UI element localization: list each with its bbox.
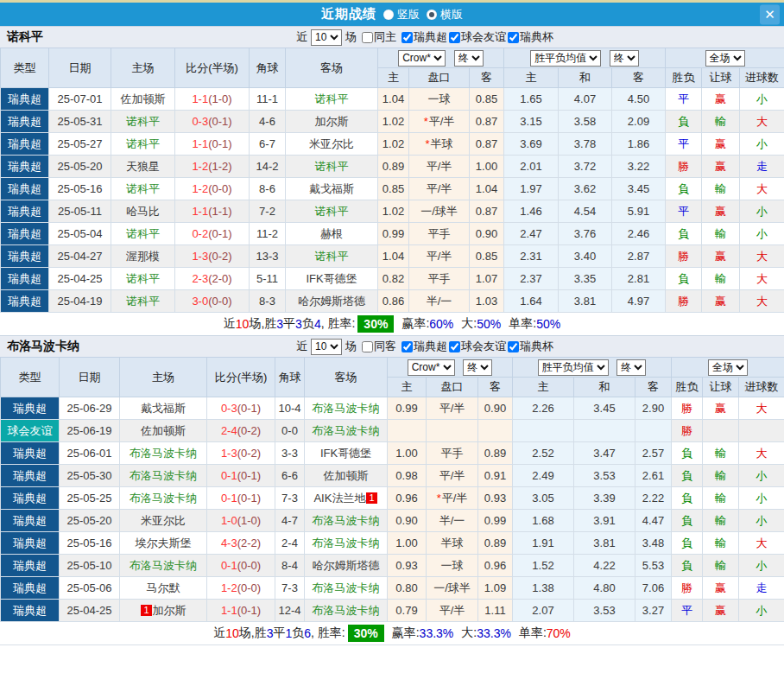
col-avg-home: 主 bbox=[513, 378, 574, 397]
summary-handicap-rate-label: 赢率: bbox=[401, 316, 429, 332]
same-venue-filter[interactable]: 同客 bbox=[362, 339, 396, 354]
league-checkbox[interactable] bbox=[508, 32, 519, 43]
fulltime-score: 1-2 bbox=[221, 581, 237, 594]
col-avg-away: 客 bbox=[612, 68, 666, 88]
avg-select[interactable]: 胜平负均值 bbox=[530, 50, 601, 67]
league-filter-friendly[interactable]: 球会友谊 bbox=[449, 29, 506, 45]
odds-home-cell: 0.89 bbox=[378, 156, 409, 178]
odds-away-cell: 0.93 bbox=[478, 487, 513, 510]
same-venue-checkbox[interactable] bbox=[362, 341, 373, 352]
wdl-result-cell: 勝 bbox=[666, 290, 702, 313]
odds-company-select[interactable]: Crow* bbox=[408, 359, 455, 376]
handicap-cell: 半/一 bbox=[427, 510, 478, 532]
home-team-cell: 天狼星 bbox=[111, 156, 175, 178]
summary-handicap-rate: 33.3% bbox=[420, 626, 454, 640]
home-team-name: 戴戈福斯 bbox=[141, 402, 186, 415]
avg-stage-select[interactable]: 终 bbox=[616, 359, 646, 376]
avg-select[interactable]: 胜平负均值 bbox=[538, 359, 609, 376]
away-team-cell: 诺科平 bbox=[286, 88, 378, 111]
radio-icon[interactable] bbox=[383, 10, 394, 20]
avg-draw-cell: 3.72 bbox=[559, 156, 612, 178]
home-team-cell: 哈马比 bbox=[111, 200, 175, 223]
away-team-cell: 米亚尔比 bbox=[286, 133, 378, 156]
same-venue-filter[interactable]: 同主 bbox=[362, 29, 396, 45]
league-filter-friendly[interactable]: 球会友谊 bbox=[449, 339, 506, 354]
corner-cell: 13-3 bbox=[250, 245, 286, 268]
wdl-result-cell: 平 bbox=[666, 88, 702, 111]
odds-stage-select[interactable]: 终 bbox=[463, 359, 492, 376]
corner-cell: 7-3 bbox=[275, 577, 305, 600]
date-cell: 25-05-27 bbox=[49, 133, 111, 156]
fulltime-score: 0-1 bbox=[221, 492, 237, 505]
halftime-score: (1-0) bbox=[208, 92, 231, 105]
corner-cell: 12-4 bbox=[275, 600, 305, 622]
col-wdl: 胜负 bbox=[666, 68, 702, 88]
home-team-name: 天狼星 bbox=[126, 160, 160, 173]
col-avg-draw: 和 bbox=[559, 68, 612, 88]
odds-home-cell: 0.79 bbox=[388, 600, 427, 622]
radio-checked-icon[interactable] bbox=[427, 10, 437, 20]
vertical-layout-label: 竖版 bbox=[397, 7, 420, 22]
home-team-name: 布洛马波卡纳 bbox=[130, 469, 197, 482]
fullmatch-select[interactable]: 全场 bbox=[705, 50, 745, 67]
league-cell: 瑞典超 bbox=[1, 510, 60, 532]
odds-company-select[interactable]: Crow* bbox=[398, 50, 446, 67]
team-section-norrkoping: 诺科平 近 10 场 同主 瑞典超 球会友谊 bbox=[0, 26, 784, 335]
summary-win-rate-badge: 30% bbox=[348, 625, 384, 642]
home-team-name: 布洛马波卡纳 bbox=[130, 492, 197, 505]
summary-rate-label: , 胜率: bbox=[321, 316, 356, 332]
match-row: 瑞典超25-05-16诺科平1-2(0-0)8-6戴戈福斯0.85平/半1.04… bbox=[1, 178, 784, 200]
away-team-cell: IFK哥德堡 bbox=[286, 268, 378, 290]
league-checkbox[interactable] bbox=[449, 341, 460, 352]
handicap-result-cell: 輸 bbox=[702, 223, 740, 245]
match-count-select[interactable]: 10 bbox=[311, 339, 342, 355]
odds-stage-select[interactable]: 终 bbox=[454, 50, 484, 67]
corner-cell: 0-0 bbox=[275, 420, 305, 442]
odds-away-cell bbox=[478, 420, 513, 442]
filter-bar: 诺科平 近 10 场 同主 瑞典超 球会友谊 bbox=[0, 26, 784, 48]
home-team-name: 诺科平 bbox=[126, 227, 160, 240]
avg-draw-cell: 3.53 bbox=[574, 600, 635, 622]
league-checkbox[interactable] bbox=[401, 341, 413, 352]
match-row: 瑞典超25-05-16埃尔夫斯堡4-3(2-2)2-4布洛马波卡纳1.00半球0… bbox=[1, 532, 784, 555]
date-cell: 25-05-20 bbox=[60, 510, 120, 532]
league-cell: 瑞典超 bbox=[1, 532, 60, 555]
avg-group-header: 胜平负均值 终 bbox=[513, 358, 672, 378]
date-cell: 25-05-16 bbox=[49, 178, 111, 200]
away-team-cell: IFK哥德堡 bbox=[305, 442, 388, 465]
match-row: 瑞典超25-04-25诺科平2-3(2-0)5-11IFK哥德堡0.82平手1.… bbox=[1, 268, 784, 290]
league-filter-allsvenskan[interactable]: 瑞典超 bbox=[401, 339, 447, 354]
league-filter-cup[interactable]: 瑞典杯 bbox=[508, 339, 553, 354]
avg-home-cell: 2.01 bbox=[504, 156, 559, 178]
close-icon[interactable]: ✕ bbox=[760, 4, 780, 24]
league-filter-cup[interactable]: 瑞典杯 bbox=[508, 29, 553, 45]
horizontal-layout-radio[interactable]: 横版 bbox=[420, 7, 463, 22]
score-cell: 0-1(0-0) bbox=[207, 555, 275, 577]
avg-stage-select[interactable]: 终 bbox=[610, 50, 639, 67]
col-handicap: 盘口 bbox=[409, 68, 470, 88]
team-name: 诺科平 bbox=[7, 29, 296, 45]
league-checkbox[interactable] bbox=[508, 341, 519, 352]
match-count-select[interactable]: 10 bbox=[311, 29, 342, 46]
league-cell: 瑞典超 bbox=[1, 178, 49, 200]
league-checkbox[interactable] bbox=[401, 32, 413, 43]
summary-single-rate: 70% bbox=[547, 626, 571, 640]
same-venue-checkbox[interactable] bbox=[362, 32, 373, 43]
league-cell: 球会友谊 bbox=[1, 420, 60, 442]
odds-group-header: Crow* 终 bbox=[388, 358, 513, 378]
halftime-score: (0-0) bbox=[208, 182, 231, 195]
vertical-layout-radio[interactable]: 竖版 bbox=[376, 7, 420, 22]
handicap-result-cell: 赢 bbox=[703, 600, 739, 622]
league-checkbox[interactable] bbox=[449, 32, 460, 43]
league-cell: 瑞典超 bbox=[1, 223, 49, 245]
league-filter-allsvenskan[interactable]: 瑞典超 bbox=[401, 29, 447, 45]
col-odds-home: 主 bbox=[378, 68, 409, 88]
odds-away-cell: 0.87 bbox=[470, 200, 504, 223]
col-let: 让球 bbox=[702, 68, 740, 88]
wdl-result-cell: 平 bbox=[672, 600, 703, 622]
avg-home-cell: 1.97 bbox=[504, 178, 559, 200]
handicap-result-cell: 赢 bbox=[702, 200, 740, 223]
home-team-name: 加尔斯 bbox=[153, 604, 187, 617]
fullmatch-select[interactable]: 全场 bbox=[708, 359, 748, 376]
away-team-cell: AIK法兰地1 bbox=[305, 487, 388, 510]
